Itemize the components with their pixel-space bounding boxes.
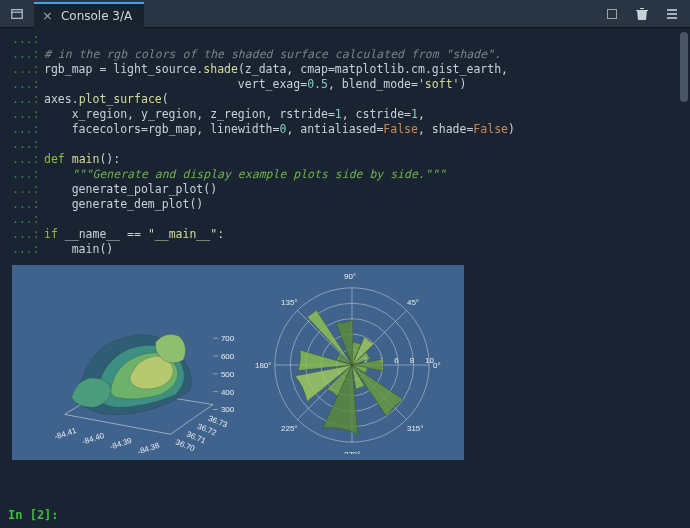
svg-text:400: 400 — [221, 388, 235, 397]
svg-text:0°: 0° — [433, 361, 441, 370]
titlebar: × Console 3/A — [0, 0, 690, 28]
continuation-gutter: ...: ...: ...: ...: ...: ...: ...: ...: … — [12, 32, 46, 257]
svg-text:500: 500 — [221, 370, 235, 379]
close-tab-icon[interactable]: × — [42, 8, 53, 23]
svg-text:180°: 180° — [255, 361, 271, 370]
svg-text:90°: 90° — [344, 272, 356, 281]
svg-text:-84.38: -84.38 — [137, 441, 162, 454]
svg-text:225°: 225° — [281, 424, 297, 433]
svg-text:135°: 135° — [281, 298, 297, 307]
svg-text:8: 8 — [410, 356, 415, 365]
console-tab[interactable]: × Console 3/A — [34, 2, 144, 28]
svg-rect-0 — [12, 9, 23, 18]
window-icon — [0, 7, 34, 21]
svg-text:6: 6 — [394, 356, 399, 365]
svg-text:45°: 45° — [407, 298, 419, 307]
svg-text:700: 700 — [221, 334, 235, 343]
console-input[interactable] — [72, 508, 632, 522]
svg-text:-84.39: -84.39 — [109, 436, 134, 452]
clear-button[interactable] — [630, 2, 654, 26]
code-output: ...: ...: ...: ...: ...: ...: ...: ...: … — [6, 32, 690, 257]
menu-button[interactable] — [660, 2, 684, 26]
tab-title: Console 3/A — [61, 9, 132, 23]
surface-3d-plot: 300400500600700-84.41-84.40-84.39-84.383… — [16, 271, 236, 454]
console-body: ...: ...: ...: ...: ...: ...: ...: ...: … — [0, 28, 690, 528]
svg-text:600: 600 — [221, 352, 235, 361]
svg-text:-84.41: -84.41 — [53, 426, 78, 442]
stop-button[interactable] — [600, 2, 624, 26]
svg-text:-84.40: -84.40 — [81, 431, 106, 447]
svg-text:300: 300 — [221, 405, 235, 414]
svg-text:270°: 270° — [344, 450, 360, 454]
plot-output: 300400500600700-84.41-84.40-84.39-84.383… — [12, 265, 464, 460]
prompt-label: In [2]: — [8, 508, 59, 522]
svg-text:315°: 315° — [407, 424, 423, 433]
input-prompt: In [2]: — [8, 508, 632, 522]
polar-plot: 2468100°45°90°135°180°225°270°315° — [240, 271, 460, 454]
